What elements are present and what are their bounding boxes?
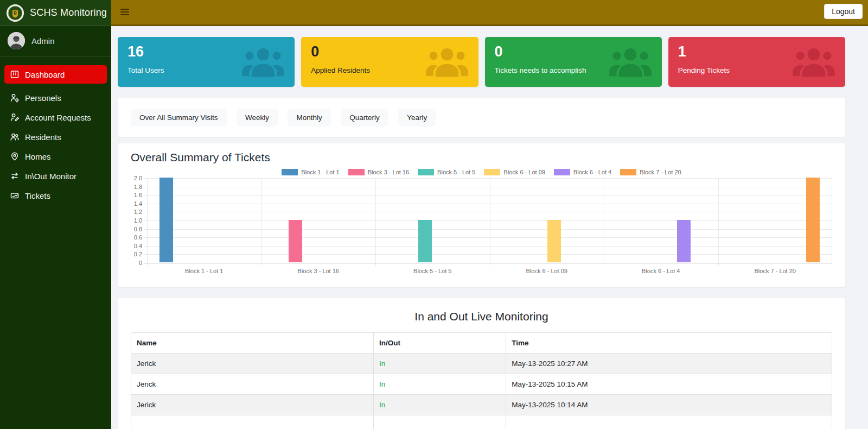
tickets-chart-panel: Overall Summary of Tickets Block 1 - Lot… — [118, 143, 845, 287]
column-header-inout: In/Out — [374, 333, 506, 354]
app-logo-icon — [6, 4, 24, 22]
cell-time: May-13-2025 10:14 AM — [506, 395, 832, 415]
legend-item[interactable]: Block 1 - Lot 1 — [282, 169, 339, 175]
chart-x-label: Block 1 - Lot 1 — [147, 268, 261, 274]
monitoring-title: In and Out Live Monitoring — [131, 310, 832, 323]
sidebar-header: SCHS Monitoring — [0, 0, 111, 26]
legend-label: Block 5 - Lot 5 — [437, 169, 475, 175]
home-pin-icon — [10, 152, 20, 161]
column-header-name: Name — [131, 333, 374, 354]
tab-quarterly[interactable]: Quarterly — [341, 109, 388, 127]
people-icon — [10, 132, 20, 142]
legend-label: Block 6 - Lot 09 — [503, 169, 545, 175]
summary-filter-panel: Over All Summary Visits Weekly Monthly Q… — [118, 98, 845, 137]
legend-swatch — [484, 169, 500, 175]
chart-x-label: Block 6 - Lot 4 — [604, 268, 718, 274]
sidebar-menu: Dashboard Personels Account Requests Res… — [0, 56, 111, 205]
chart-legend: Block 1 - Lot 1Block 3 - Lot 16Block 5 -… — [131, 169, 832, 175]
table-row: Jerick In May-13-2025 10:15 AM — [131, 374, 832, 395]
chart-x-axis: Block 1 - Lot 1Block 3 - Lot 16Block 5 -… — [147, 268, 832, 274]
chart-y-tick: 0.2 — [134, 251, 142, 257]
chart-y-tick: 1.6 — [134, 192, 142, 198]
inout-value: In — [374, 395, 506, 415]
sidebar-item-label: Homes — [25, 152, 51, 161]
sidebar: SCHS Monitoring Admin Dashboard Personel… — [0, 0, 111, 429]
stat-card-applied-residents: 0 Applied Residents — [301, 37, 478, 87]
sidebar-item-label: Tickets — [25, 191, 50, 200]
tab-overall-summary-visits[interactable]: Over All Summary Visits — [131, 109, 227, 127]
chart-y-tick: 0.6 — [134, 234, 142, 241]
in-out-arrows-icon — [10, 171, 20, 181]
sidebar-item-label: Account Requests — [25, 113, 91, 122]
chart-y-tick: 1.8 — [134, 184, 142, 190]
chart-bar — [547, 220, 561, 262]
chart-y-tick: 1.2 — [134, 209, 142, 215]
menu-toggle-icon[interactable] — [120, 9, 129, 17]
sidebar-item-tickets[interactable]: Tickets — [0, 186, 111, 205]
chart-bar — [806, 178, 820, 262]
legend-swatch — [554, 169, 570, 175]
chart-y-tick: 1.4 — [134, 200, 142, 207]
stat-card-pending-tickets: 1 Pending Tickets — [668, 37, 845, 87]
topbar: Logout — [111, 0, 868, 26]
stat-card-total-users: 16 Total Users — [118, 37, 295, 87]
chart-bar — [418, 220, 432, 262]
chart-y-tick: 2.0 — [134, 175, 142, 181]
chart-y-tick: 0 — [139, 260, 142, 266]
tab-yearly[interactable]: Yearly — [398, 109, 436, 127]
live-monitoring-panel: In and Out Live Monitoring Name In/Out T… — [118, 298, 845, 429]
tab-monthly[interactable]: Monthly — [288, 109, 330, 127]
legend-item[interactable]: Block 6 - Lot 09 — [484, 169, 545, 175]
user-name: Admin — [31, 36, 55, 46]
user-avatar — [8, 32, 25, 49]
cell-name: Jerick — [131, 395, 374, 415]
tickets-chart: 00.20.40.60.81.01.21.41.61.82.0 — [131, 178, 832, 263]
user-profile: Admin — [0, 26, 111, 56]
logout-button[interactable]: Logout — [824, 4, 863, 19]
sidebar-item-dashboard[interactable]: Dashboard — [4, 65, 107, 84]
chart-bar — [159, 178, 173, 262]
chart-y-tick: 0.4 — [134, 243, 142, 249]
inout-value: In — [374, 354, 506, 374]
legend-item[interactable]: Block 3 - Lot 16 — [348, 169, 409, 175]
legend-label: Block 1 - Lot 1 — [301, 169, 339, 175]
sidebar-item-inout-monitor[interactable]: In\Out Monitor — [0, 166, 111, 186]
legend-item[interactable]: Block 5 - Lot 5 — [418, 169, 475, 175]
table-row: Jerick In May-13-2025 10:14 AM — [131, 395, 832, 415]
sidebar-item-account-requests[interactable]: Account Requests — [0, 108, 111, 127]
sidebar-item-label: Residents — [25, 133, 61, 142]
legend-item[interactable]: Block 6 - Lot 4 — [554, 169, 611, 175]
legend-item[interactable]: Block 7 - Lot 20 — [620, 169, 681, 175]
chart-x-label: Block 6 - Lot 09 — [490, 268, 604, 274]
tab-weekly[interactable]: Weekly — [237, 109, 278, 127]
app-title: SCHS Monitoring — [30, 7, 107, 18]
cell-name: Jerick — [131, 354, 374, 374]
legend-label: Block 6 - Lot 4 — [573, 169, 611, 175]
column-header-time: Time — [506, 333, 832, 354]
sidebar-item-label: Personels — [25, 93, 61, 103]
chart-title: Overall Summary of Tickets — [131, 151, 832, 164]
users-group-icon — [423, 46, 471, 78]
legend-label: Block 3 - Lot 16 — [368, 169, 409, 175]
chart-x-label: Block 3 - Lot 16 — [261, 268, 376, 274]
cell-name: Jerick — [131, 374, 374, 395]
table-row — [131, 415, 832, 429]
sidebar-item-personels[interactable]: Personels — [0, 88, 111, 108]
sidebar-item-residents[interactable]: Residents — [0, 127, 111, 147]
cell-time: May-13-2025 10:27 AM — [506, 354, 832, 374]
dashboard-icon — [10, 70, 20, 79]
chart-plot — [147, 178, 832, 263]
chart-bar — [677, 220, 691, 262]
cell-time: May-13-2025 10:15 AM — [506, 374, 832, 395]
stat-cards-row: 16 Total Users 0 Applied Residents 0 Tic… — [118, 37, 845, 87]
chart-y-tick: 1.0 — [134, 217, 142, 224]
users-group-icon — [790, 46, 838, 78]
chart-x-label: Block 7 - Lot 20 — [718, 268, 833, 274]
users-group-icon — [239, 46, 287, 78]
monitoring-table: Name In/Out Time Jerick In May-13-2025 1… — [131, 332, 832, 429]
sidebar-item-homes[interactable]: Homes — [0, 147, 111, 166]
legend-swatch — [348, 169, 365, 175]
chart-x-label: Block 5 - Lot 5 — [375, 268, 490, 274]
table-row: Jerick In May-13-2025 10:27 AM — [131, 354, 832, 374]
legend-swatch — [282, 169, 298, 175]
